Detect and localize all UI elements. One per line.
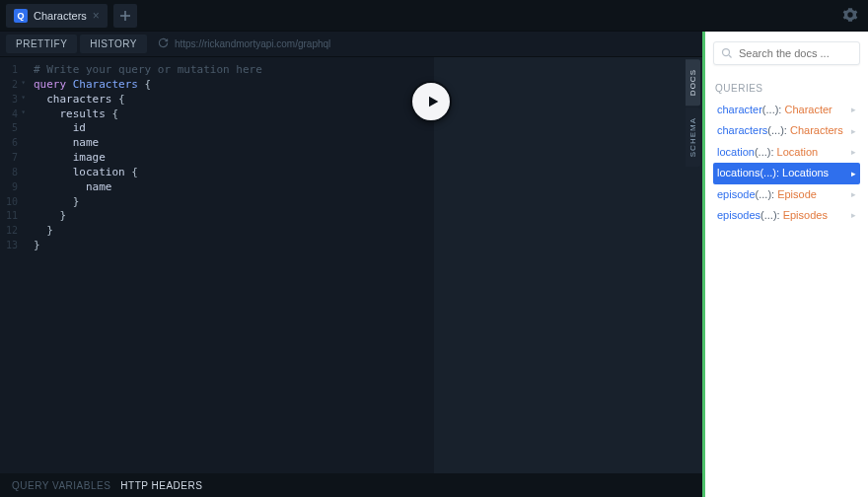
endpoint-url[interactable]: https://rickandmortyapi.com/graphql	[175, 38, 330, 49]
query-item-episode[interactable]: episode(...): Episode▸	[713, 184, 860, 205]
docs-section-heading: QUERIES	[715, 83, 858, 94]
svg-point-0	[723, 49, 730, 56]
chevron-right-icon: ▸	[851, 209, 856, 222]
query-editor[interactable]: 12▾3▾4▾5678910111213 # Write your query …	[0, 57, 434, 473]
query-item-location[interactable]: location(...): Location▸	[713, 142, 860, 163]
reload-button[interactable]	[158, 37, 169, 51]
line-gutter: 12▾3▾4▾5678910111213	[0, 63, 24, 467]
chevron-right-icon: ▸	[851, 168, 856, 180]
settings-button[interactable]	[842, 7, 858, 26]
chevron-right-icon: ▸	[851, 125, 856, 138]
play-icon	[425, 94, 441, 109]
top-tab-bar: Q Characters ×	[0, 0, 868, 32]
query-item-character[interactable]: character(...): Character▸	[713, 100, 860, 120]
query-item-episodes[interactable]: episodes(...): Episodes▸	[713, 205, 860, 226]
docs-panel: QUERIES character(...): Character▸charac…	[702, 32, 868, 497]
gear-icon	[842, 7, 858, 23]
query-variables-tab[interactable]: QUERY VARIABLES	[12, 480, 110, 491]
search-icon	[721, 47, 733, 59]
chevron-right-icon: ▸	[851, 188, 856, 201]
http-headers-tab[interactable]: HTTP HEADERS	[120, 480, 202, 491]
side-tab-group: DOCS SCHEMA	[686, 59, 700, 167]
query-badge-icon: Q	[14, 9, 28, 23]
prettify-button[interactable]: PRETTIFY	[6, 35, 77, 53]
code-area[interactable]: # Write your query or mutation herequery…	[24, 63, 434, 467]
reload-icon	[158, 37, 169, 48]
schema-tab[interactable]: SCHEMA	[686, 107, 700, 167]
chevron-right-icon: ▸	[851, 146, 856, 159]
docs-search[interactable]	[713, 41, 860, 65]
query-item-locations[interactable]: locations(...): Locations▸	[713, 163, 860, 183]
tab-title: Characters	[34, 10, 87, 22]
play-button[interactable]	[410, 81, 452, 122]
new-tab-button[interactable]	[113, 4, 137, 28]
plus-icon	[120, 11, 130, 21]
docs-search-input[interactable]	[739, 47, 852, 59]
docs-tab[interactable]: DOCS	[686, 59, 700, 106]
query-item-characters[interactable]: characters(...): Characters▸	[713, 120, 860, 141]
bottom-tabs: QUERY VARIABLES HTTP HEADERS	[0, 473, 702, 497]
history-button[interactable]: HISTORY	[80, 35, 147, 53]
close-icon[interactable]: ×	[93, 10, 100, 22]
chevron-right-icon: ▸	[851, 104, 856, 116]
tab-characters[interactable]: Q Characters ×	[6, 4, 108, 28]
queries-list: character(...): Character▸characters(...…	[713, 100, 860, 226]
